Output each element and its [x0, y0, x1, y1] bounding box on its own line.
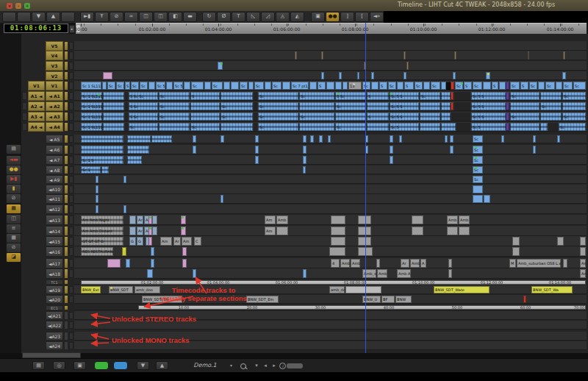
render-button[interactable]: ↻: [202, 12, 216, 22]
timeline-clip-A19[interactable]: BNW_SDT_Wa: [531, 286, 573, 293]
timeline-clip-V1[interactable]: [499, 82, 506, 90]
zoom-in-button[interactable]: ▲: [156, 361, 168, 370]
timeline-clip-A11[interactable]: [220, 195, 223, 203]
track-tool-column-A14[interactable]: [64, 226, 68, 236]
timeline-clip-A1[interactable]: Sc: [420, 92, 440, 100]
timeline-clip-V1[interactable]: S: [492, 82, 498, 90]
timeline-clip-A3[interactable]: Sc: [220, 113, 253, 121]
timeline-clip-V1[interactable]: Sc: [107, 82, 115, 90]
timeline-clip-A3[interactable]: Sc: [258, 113, 298, 121]
minimize-button[interactable]: -: [15, 3, 21, 9]
record-track-button-A7[interactable]: ◄ A7: [46, 155, 63, 165]
timeline-clip-A1[interactable]: [451, 92, 453, 100]
timeline-clip-A4[interactable]: Sc: [129, 123, 158, 131]
timeline-clip-A7[interactable]: Sc 1 S: [81, 156, 123, 164]
record-track-button-A21[interactable]: ◄|A21: [46, 311, 63, 320]
timeline-clip-A15[interactable]: [358, 237, 371, 246]
timeline-clip-A18[interactable]: [448, 269, 452, 278]
split-screen-2-button[interactable]: ◫: [154, 12, 168, 22]
timeline-clip-V1[interactable]: Sc: [191, 82, 204, 90]
timeline-clip-A8[interactable]: [101, 166, 109, 174]
timeline-clip-V1[interactable]: Sc: [240, 82, 248, 90]
timeline-clip-A3[interactable]: [420, 113, 440, 121]
timeline-clip-V4[interactable]: [563, 51, 565, 60]
timeline-clip-V1[interactable]: Sc 7 pt1_: [291, 82, 309, 90]
horizontal-scrollbar-thumb[interactable]: [287, 363, 303, 368]
timeline-clip-A2[interactable]: [125, 102, 128, 110]
timeline-ruler[interactable]: 00:0001:02:00:0001:04:00:0001:06:00:0001…: [76, 23, 587, 35]
solo-mute-column-A18[interactable]: [69, 269, 74, 278]
timeline-clip-V1[interactable]: Sc: [431, 82, 440, 90]
timeline-clip-A2[interactable]: [441, 102, 451, 110]
track-tool-column-A10[interactable]: [64, 185, 68, 194]
timeline-view-selector[interactable]: Demo.1: [182, 361, 228, 370]
timeline-clip-V1[interactable]: Sc: [545, 82, 555, 90]
track-tool-column-A11[interactable]: [64, 194, 68, 204]
timeline-clip-A4[interactable]: [125, 123, 128, 131]
record-track-button-A11[interactable]: ◄A11: [46, 194, 63, 204]
grid-button[interactable]: ▣: [311, 12, 325, 22]
step-right-button[interactable]: ▸: [270, 361, 278, 370]
timeline-clip-A14[interactable]: Am: [265, 227, 276, 235]
solo-mute-column-A4[interactable]: [69, 123, 74, 131]
timeline-clip-A4[interactable]: [103, 123, 124, 131]
record-track-button-TC1[interactable]: TC1: [46, 279, 63, 285]
solo-mute-column-V2[interactable]: [69, 72, 74, 79]
timeline-clip-A6[interactable]: [193, 146, 196, 154]
track-tool-column-A7[interactable]: [64, 155, 68, 165]
timeline-clip-A14[interactable]: [152, 227, 157, 235]
record-track-button-A16[interactable]: ◄A16: [46, 246, 63, 257]
track-tool-column-EC1[interactable]: [64, 305, 68, 310]
timeline-clip-A17[interactable]: Amb: [580, 259, 586, 268]
record-track-button-A3[interactable]: ◄ A3: [46, 112, 63, 121]
fast-menu-down-button[interactable]: ▼: [32, 12, 46, 22]
timeline-clip-A2[interactable]: [454, 102, 470, 110]
track-tool-column-A16[interactable]: [64, 246, 68, 257]
timeline-clip-A2[interactable]: S Sc: [129, 102, 158, 110]
timeline-clip-A4[interactable]: [220, 123, 253, 131]
timeline-clip-A3[interactable]: [125, 113, 128, 121]
timeline-clip-A1[interactable]: Sc: [258, 92, 298, 100]
solo-mute-column-A19[interactable]: [69, 286, 74, 293]
timeline-clip-A1[interactable]: [540, 92, 562, 100]
solo-mute-column-A10[interactable]: [69, 185, 74, 193]
timeline-clip-A4[interactable]: [456, 123, 470, 131]
timeline-clip-A5[interactable]: [533, 135, 536, 143]
timeline-clip-V1[interactable]: [265, 82, 271, 90]
track-tool-column-TC1[interactable]: [64, 279, 68, 285]
timeline-clip-V1[interactable]: [506, 82, 509, 90]
timeline-clip-A3[interactable]: [190, 113, 220, 121]
record-track-button-V4[interactable]: V4: [46, 51, 63, 60]
audio-meter-toggle[interactable]: [113, 361, 128, 370]
timeline-clip-A5[interactable]: [399, 135, 402, 143]
timeline-clip-A17[interactable]: [126, 259, 130, 268]
record-track-button-A5[interactable]: ◄ A5: [46, 135, 63, 143]
timeline-clip-V1[interactable]: [371, 82, 379, 90]
record-track-button-A22[interactable]: ◄|A22: [46, 321, 63, 330]
timeline-clip-V1[interactable]: Sc 1: [116, 82, 124, 90]
timeline-clip-A15[interactable]: [580, 237, 586, 246]
timeline-clip-A17[interactable]: Amb: [351, 259, 360, 268]
timeline-clip-A4[interactable]: [299, 123, 334, 131]
marker-icon[interactable]: ▮: [6, 184, 21, 194]
video-quality-toggle[interactable]: [94, 361, 109, 370]
track-tool-column-A20[interactable]: [64, 295, 68, 304]
timeline-clip-A17[interactable]: M: [509, 259, 516, 268]
timeline-clip-A2[interactable]: Sc: [220, 102, 253, 110]
timeline-clip-A18[interactable]: Amb_sc: [362, 269, 376, 278]
timeline-clip-A19[interactable]: [345, 286, 381, 293]
record-track-button-A24[interactable]: ◄A24: [46, 341, 63, 350]
timeline-clip-A1[interactable]: [254, 92, 257, 100]
solo-mute-column-A7[interactable]: [69, 156, 74, 164]
source-track-button-A2[interactable]: A2 ◄: [28, 102, 45, 111]
source-solo-mute-A4[interactable]: [22, 123, 27, 131]
timeline-clip-V1[interactable]: Sc 5: [156, 82, 165, 90]
timeline-clip-A12[interactable]: [123, 205, 126, 213]
solo-mute-column-A9[interactable]: [69, 176, 74, 183]
timeline-clip-A15[interactable]: Ar: [173, 237, 181, 246]
timeline-clip-A13[interactable]: Amb: [276, 216, 288, 224]
track-tool-column-V4[interactable]: [64, 51, 68, 60]
timeline-clip-A2[interactable]: [254, 102, 257, 110]
timeline-clip-A1[interactable]: Sc 5 S: [390, 92, 419, 100]
timeline-clip-A5[interactable]: [303, 135, 306, 143]
